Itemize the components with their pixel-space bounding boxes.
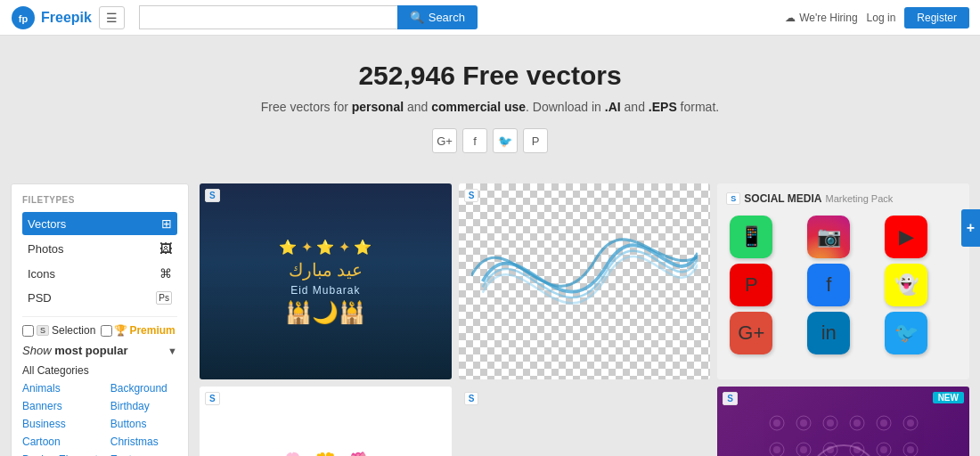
premium-checkbox[interactable] [101,325,112,337]
register-button[interactable]: Register [904,7,969,28]
facebook-app-icon: f [807,264,850,306]
eid-content: ⭐ ✦ ⭐ ✦ ⭐ عيد مبارك Eid Mubarak 🕌🌙🕌 [270,230,380,334]
cat-cartoon[interactable]: Cartoon [22,434,103,450]
vectors-icon: ⊞ [161,216,172,231]
hero-title: 252,946 Free vectors [18,61,962,91]
categories-left-col: Animals Banners Business Cartoon Design … [22,380,103,456]
eid-latin-text: Eid Mubarak [279,284,372,297]
categories-right-col: Background Birthday Buttons Christmas Ea… [110,380,167,456]
filetype-icons[interactable]: Icons ⌘ [22,262,177,285]
selection-label: Selection [52,324,95,337]
eid-stars: ⭐ ✦ ⭐ ✦ ⭐ [279,239,372,256]
show-text: Show [22,344,52,357]
main-content: FILETYPES Vectors ⊞ Photos 🖼 Icons ⌘ PSD… [0,173,980,456]
card-blue-waves[interactable]: S [459,183,711,379]
search-icon: 🔍 [410,11,424,24]
cloud-icon: ☁ [785,12,796,24]
premium-label-text: Premium [129,324,175,337]
filetype-psd[interactable]: PSD Ps [22,287,177,309]
google-plus-app-icon: G+ [730,312,772,354]
purple-pattern-content [764,410,924,457]
love-flowers: 🌸🌼🌷 [276,451,375,457]
show-popular-dropdown[interactable]: Show most popular ▼ [22,344,177,357]
header: fp Freepik ☰ 🔍 Search ☁ We're Hiring Log… [0,0,980,36]
header-right: ☁ We're Hiring Log in Register [785,7,969,28]
card-social-media[interactable]: S SOCIAL MEDIA Marketing Pack 📱 📷 ▶ P f … [717,183,969,379]
hero-subtitle: Free vectors for personal and commercial… [18,100,962,114]
social-media-title: SOCIAL MEDIA [744,192,821,205]
cat-buttons[interactable]: Buttons [110,416,167,432]
eid-arabic-text: عيد مبارك [279,259,372,281]
divider [22,316,177,317]
categories-columns: Animals Banners Business Cartoon Design … [22,380,177,456]
social-share-icons: G+ f 🐦 P [432,128,548,153]
pinterest-app-icon: P [730,264,772,306]
filetypes-label: FILETYPES [22,195,177,205]
premium-checkbox-label[interactable]: 🏆 Premium [101,324,175,337]
svg-rect-4 [764,410,924,457]
psd-icon: Ps [156,291,172,305]
social-s-badge: S [726,192,740,205]
hiring-text: We're Hiring [799,12,857,24]
expand-button[interactable]: + [961,209,980,247]
filetype-vectors[interactable]: Vectors ⊞ [22,212,177,235]
icons-icon: ⌘ [159,266,172,281]
eid-badge: S [205,189,220,202]
cat-banners[interactable]: Banners [22,398,103,414]
search-button[interactable]: 🔍 Search [397,5,478,29]
selection-checkbox-label[interactable]: S Selection [22,324,95,337]
photos-icon: 🖼 [159,241,172,256]
card-facebook-social[interactable]: S f 🐦 📷 [459,387,711,456]
waves-svg [471,193,698,370]
facebook-icon[interactable]: f [462,128,487,153]
logo-area: fp Freepik [11,5,92,30]
filetype-photos-label: Photos [28,242,63,256]
google-plus-icon[interactable]: G+ [432,128,457,153]
filetype-icons-label: Icons [28,267,55,281]
hero-section: 252,946 Free vectors Free vectors for pe… [0,36,980,173]
twitter-icon[interactable]: 🐦 [493,128,518,153]
card-eid-mubarak[interactable]: S ⭐ ✦ ⭐ ✦ ⭐ عيد مبارك Eid Mubarak 🕌🌙🕌 [200,183,452,379]
selection-checkbox[interactable] [22,325,34,337]
filetype-psd-label: PSD [28,291,52,305]
cat-design-elements[interactable]: Design Elements [22,452,103,456]
search-button-label: Search [429,11,465,24]
dropdown-arrow-icon: ▼ [167,346,177,356]
social-media-subtitle: Marketing Pack [825,193,893,204]
hiring-link[interactable]: ☁ We're Hiring [785,12,857,24]
purple-pattern-svg [764,410,924,457]
cat-birthday[interactable]: Birthday [110,398,167,414]
linkedin-icon: in [807,312,850,354]
pinterest-icon[interactable]: P [523,128,548,153]
freepik-logo-icon: fp [11,5,36,30]
premium-icon: 🏆 [114,324,127,337]
filetype-photos[interactable]: Photos 🖼 [22,237,177,260]
categories-section: All Categories Animals Banners Business … [22,364,177,456]
sidebar: FILETYPES Vectors ⊞ Photos 🖼 Icons ⌘ PSD… [11,183,189,456]
snapchat-icon: 👻 [885,264,927,306]
card-purple-pattern[interactable]: S NEW [717,387,969,456]
cat-animals[interactable]: Animals [22,380,103,396]
logo-text: Freepik [41,10,92,26]
card-love-wedding[interactable]: S 🌸🌼🌷 Love Married [200,387,452,456]
svg-text:fp: fp [19,13,29,24]
love-content: 🌸🌼🌷 Love Married [267,442,384,457]
waves-badge: S [464,189,479,202]
cat-easter[interactable]: Easter [110,452,167,456]
search-area: 🔍 Search [139,5,478,29]
all-categories[interactable]: All Categories [22,364,177,377]
hamburger-button[interactable]: ☰ [99,6,125,29]
cat-background[interactable]: Background [110,380,167,396]
fb-badge: S [464,392,479,405]
selection-row: S Selection 🏆 Premium [22,324,177,337]
twitter-app-icon: 🐦 [885,312,927,354]
social-media-header: S SOCIAL MEDIA Marketing Pack [726,192,960,205]
instagram-icon: 📷 [807,216,850,258]
cat-christmas[interactable]: Christmas [110,434,167,450]
search-input[interactable] [139,5,397,29]
eid-mosque-icons: 🕌🌙🕌 [279,300,372,325]
login-link[interactable]: Log in [867,12,896,24]
purple-badge: S [723,392,738,405]
content-grid: S ⭐ ✦ ⭐ ✦ ⭐ عيد مبارك Eid Mubarak 🕌🌙🕌 S … [200,183,969,456]
cat-business[interactable]: Business [22,416,103,432]
